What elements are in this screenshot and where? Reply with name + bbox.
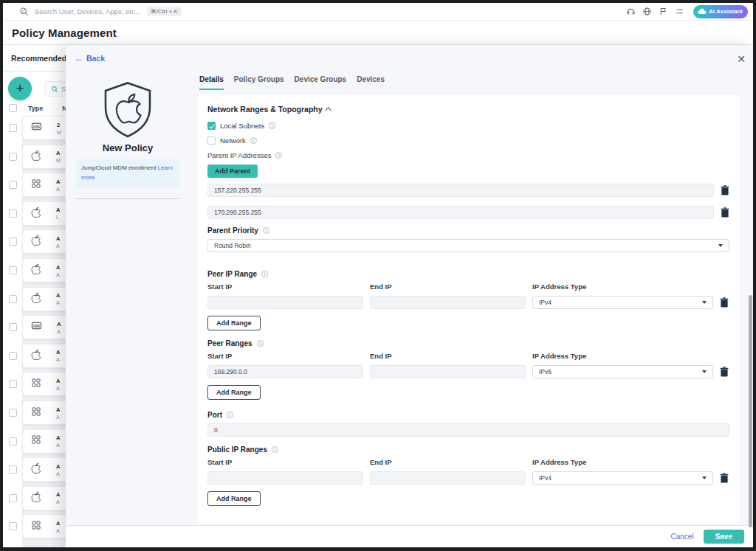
panel-footer: Cancel Save [66,525,753,547]
peer-ip-range-label: Peer IP Rangei [207,270,729,278]
local-subnets-checkbox[interactable] [207,122,216,130]
flag-icon[interactable] [659,7,668,16]
end-ip-input[interactable] [370,296,526,309]
list-header: Type N [9,104,67,112]
scrollbar-thumb[interactable] [749,295,752,527]
apple-icon [31,491,41,505]
parent-priority-label: Parent Priorityi [207,226,729,235]
tab-policy-groups[interactable]: Policy Groups [234,75,284,90]
grid-icon [31,378,41,391]
row-checkbox[interactable] [9,352,17,360]
start-ip-header: Start IP [207,352,363,360]
start-ip-input[interactable] [207,471,363,485]
page-header: Policy Management [3,21,753,45]
apple-icon [31,292,41,306]
row-checkbox[interactable] [9,266,17,274]
search-shortcut: ⌘/Ctrl + K [147,7,182,16]
parent-ip-row: 170.290.255.255 [207,206,729,219]
end-ip-header: End IP [370,283,526,291]
row-checkbox[interactable] [9,181,17,189]
back-arrow-icon: ← [75,53,83,63]
parent-ip-input[interactable]: 157.220.255.255 [207,184,714,197]
info-icon[interactable]: i [272,446,278,453]
grid-icon [31,179,41,192]
section-network-ranges[interactable]: Network Ranges & Topography [207,105,729,114]
grid-icon [31,406,41,420]
delete-icon[interactable] [721,185,729,195]
globe-icon[interactable] [642,7,652,16]
delete-icon[interactable] [720,297,729,308]
ip-type-select[interactable]: IPv6 [532,365,713,378]
ios-icon: iOS [31,121,42,135]
add-range-button[interactable]: Add Range [207,491,261,506]
info-icon[interactable]: i [275,152,282,159]
search-icon [19,7,29,16]
add-range-button[interactable]: Add Range [207,316,261,330]
end-ip-input[interactable] [370,365,526,378]
row-checkbox[interactable] [9,124,17,132]
ip-type-header: IP Address Type [532,352,713,360]
tab-devices[interactable]: Devices [357,75,385,90]
add-parent-button[interactable]: Add Parent [207,164,258,178]
panel-tabs: Details Policy Groups Device Groups Devi… [199,75,385,90]
apple-shield-icon [100,80,155,139]
info-icon[interactable]: i [250,137,257,144]
end-ip-input[interactable] [370,471,526,485]
ip-type-select[interactable]: IPv4 [532,296,713,309]
start-ip-input[interactable] [207,296,363,309]
back-button[interactable]: ←Back [75,53,105,63]
info-icon[interactable]: i [261,271,268,277]
row-checkbox[interactable] [9,409,17,417]
row-checkbox[interactable] [9,323,17,331]
info-icon[interactable]: i [227,412,233,418]
save-button[interactable]: Save [704,530,744,544]
parent-ip-label: Parent IP Addressesi [207,151,729,159]
apple-icon [31,462,41,477]
info-icon[interactable]: i [269,122,275,129]
search-placeholder: Search User, Devices, Apps, etc... [35,7,141,15]
support-headset-icon[interactable] [626,7,636,16]
parent-ip-input[interactable]: 170.290.255.255 [207,206,714,219]
ai-assistant-button[interactable]: AI Assistant [693,5,748,18]
global-search[interactable]: Search User, Devices, Apps, etc... ⌘/Ctr… [3,7,182,16]
info-icon[interactable]: i [263,227,269,234]
cloud-icon [698,8,707,15]
chevron-down-icon [702,477,707,479]
row-checkbox[interactable] [9,209,17,218]
row-checkbox[interactable] [9,380,17,388]
add-policy-button[interactable]: + [8,77,32,100]
svg-text:iOS: iOS [33,125,40,129]
collapse-icon [325,107,331,113]
topbar: Search User, Devices, Apps, etc... ⌘/Ctr… [3,3,753,21]
grid-icon [31,520,41,533]
tasklist-icon[interactable] [675,7,684,16]
tab-device-groups[interactable]: Device Groups [295,75,347,90]
row-checkbox[interactable] [9,238,17,246]
search-icon [51,86,58,93]
row-checkbox[interactable] [9,522,17,530]
info-icon[interactable]: i [257,340,264,347]
port-input[interactable]: 0 [207,423,729,437]
network-checkbox[interactable] [207,136,216,145]
start-ip-input[interactable]: 169.290.0.0 [207,365,363,378]
ip-type-select[interactable]: IPv4 [532,471,713,485]
delete-icon[interactable] [720,473,729,483]
delete-icon[interactable] [720,367,729,377]
select-all-checkbox[interactable] [9,104,17,112]
row-checkbox[interactable] [9,494,17,502]
close-icon[interactable]: ✕ [737,53,746,65]
row-checkbox[interactable] [9,153,17,161]
local-subnets-row: Local Subnets i [207,122,729,130]
parent-priority-select[interactable]: Round Robin [207,239,729,252]
row-checkbox[interactable] [9,295,17,303]
apple-icon [31,263,41,277]
delete-icon[interactable] [721,207,729,218]
tab-recommended-policies[interactable]: Recommended P [11,54,74,63]
add-range-button[interactable]: Add Range [207,385,261,400]
row-checkbox[interactable] [9,465,17,474]
chevron-down-icon [702,301,707,304]
cancel-button[interactable]: Cancel [671,533,694,541]
row-checkbox[interactable] [9,437,17,446]
tab-details[interactable]: Details [199,75,224,90]
apple-icon [31,150,41,164]
